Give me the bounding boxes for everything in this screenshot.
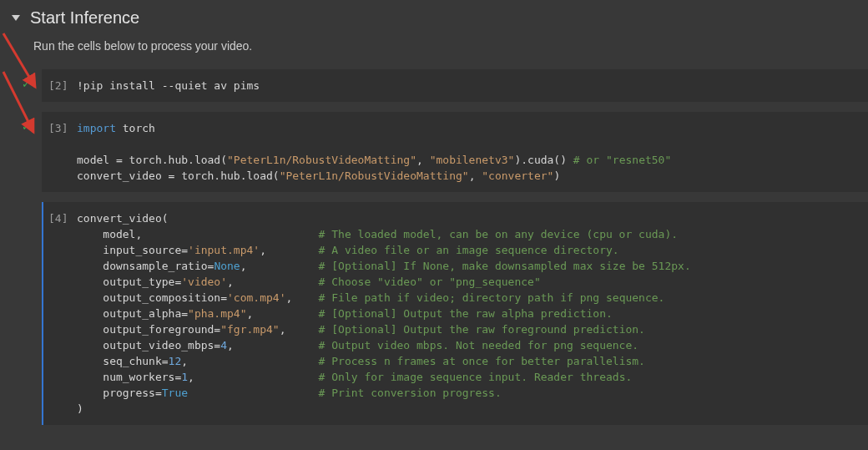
- executed-check-icon: ✓: [22, 78, 31, 90]
- cell-gutter[interactable]: ✓: [0, 112, 42, 192]
- cell-gutter[interactable]: ✓: [0, 69, 42, 102]
- section-title: Start Inference: [30, 8, 139, 28]
- section-description: Run the cells below to process your vide…: [0, 33, 868, 69]
- cell-gutter[interactable]: [0, 202, 42, 425]
- execution-count: [4]: [48, 210, 77, 417]
- collapse-triangle-icon[interactable]: [12, 15, 20, 21]
- code-editor[interactable]: convert_video( model, # The loaded model…: [77, 210, 860, 417]
- cell-body[interactable]: [4]convert_video( model, # The loaded mo…: [42, 202, 868, 425]
- cell-body[interactable]: [2]!pip install --quiet av pims: [42, 69, 868, 102]
- execution-count: [2]: [48, 78, 77, 94]
- code-editor[interactable]: !pip install --quiet av pims: [77, 78, 860, 94]
- code-editor[interactable]: import torch model = torch.hub.load("Pet…: [77, 120, 860, 184]
- code-cell[interactable]: [4]convert_video( model, # The loaded mo…: [0, 202, 868, 425]
- executed-check-icon: ✓: [22, 120, 31, 133]
- code-cell[interactable]: ✓[3]import torch model = torch.hub.load(…: [0, 112, 868, 192]
- section-header[interactable]: Start Inference: [0, 0, 868, 33]
- code-cell[interactable]: ✓[2]!pip install --quiet av pims: [0, 69, 868, 102]
- execution-count: [3]: [48, 120, 77, 184]
- cell-body[interactable]: [3]import torch model = torch.hub.load("…: [42, 112, 868, 192]
